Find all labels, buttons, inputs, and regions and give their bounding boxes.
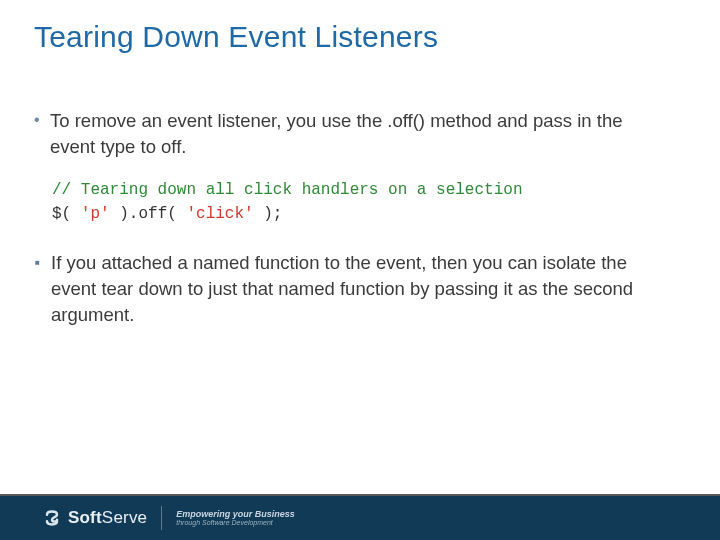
- slide: Tearing Down Event Listeners • To remove…: [0, 0, 720, 540]
- bullet-text: To remove an event listener, you use the…: [50, 108, 660, 160]
- code-token: ).off(: [110, 205, 187, 223]
- code-token: $(: [52, 205, 81, 223]
- page-title: Tearing Down Event Listeners: [34, 20, 438, 54]
- softserve-mark-icon: [42, 508, 62, 528]
- footer-divider: [161, 506, 162, 530]
- tagline-line2: through Software Development: [176, 519, 295, 526]
- brand-logo: SoftServe: [42, 508, 147, 528]
- brand-name-part2: Serve: [102, 508, 147, 527]
- code-comment: // Tearing down all click handlers on a …: [52, 181, 522, 199]
- brand-tagline: Empowering your Business through Softwar…: [176, 510, 295, 527]
- tagline-line1: Empowering your Business: [176, 510, 295, 519]
- code-line: // Tearing down all click handlers on a …: [52, 178, 660, 202]
- bullet-square-icon: ■: [34, 250, 51, 276]
- brand-name: SoftServe: [68, 508, 147, 528]
- bullet-text: If you attached a named function to the …: [51, 250, 660, 328]
- brand-name-part1: Soft: [68, 508, 102, 527]
- bullet-item: • To remove an event listener, you use t…: [34, 108, 660, 160]
- bullet-item: ■ If you attached a named function to th…: [34, 250, 660, 328]
- code-string: 'p': [81, 205, 110, 223]
- code-line: $( 'p' ).off( 'click' );: [52, 202, 660, 226]
- code-token: );: [254, 205, 283, 223]
- code-block: // Tearing down all click handlers on a …: [52, 178, 660, 226]
- bullet-dot-icon: •: [34, 108, 50, 132]
- slide-body: • To remove an event listener, you use t…: [34, 108, 660, 336]
- code-string: 'click': [186, 205, 253, 223]
- footer-bar: SoftServe Empowering your Business throu…: [0, 496, 720, 540]
